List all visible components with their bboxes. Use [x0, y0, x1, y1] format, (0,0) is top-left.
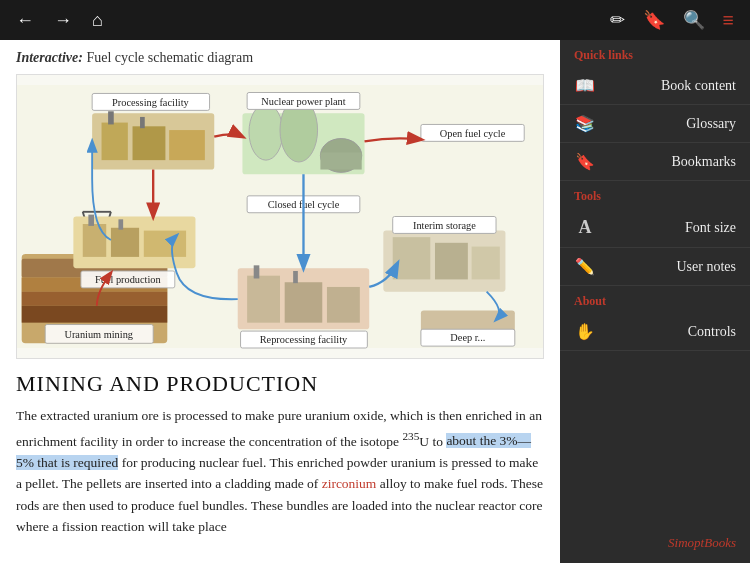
nav-right-controls: ✏ 🔖 🔍 ≡ [610, 9, 734, 32]
main-layout: Interactive: Fuel cycle schematic diagra… [0, 40, 750, 563]
tools-label: Tools [560, 181, 750, 208]
book-content-label: Book content [608, 78, 736, 94]
svg-rect-19 [118, 219, 123, 229]
svg-text:Deep r...: Deep r... [450, 332, 485, 343]
home-button[interactable]: ⌂ [92, 10, 103, 31]
svg-rect-5 [22, 306, 168, 323]
svg-rect-48 [247, 276, 280, 323]
menu-icon[interactable]: ≡ [723, 9, 734, 32]
svg-rect-34 [320, 153, 361, 170]
font-size-icon: A [574, 217, 596, 238]
bookmarks-label: Bookmarks [608, 154, 736, 170]
svg-text:Processing facility: Processing facility [112, 97, 189, 108]
svg-text:Open fuel cycle: Open fuel cycle [440, 128, 506, 139]
back-button[interactable]: ← [16, 10, 34, 31]
sidebar-item-font-size[interactable]: A Font size [560, 208, 750, 248]
controls-label: Controls [608, 324, 736, 340]
svg-rect-4 [22, 292, 168, 306]
svg-rect-44 [472, 247, 500, 280]
font-size-label: Font size [608, 220, 736, 236]
sidebar-item-book-content[interactable]: 📖 Book content [560, 67, 750, 105]
book-content-icon: 📖 [574, 76, 596, 95]
forward-button[interactable]: → [54, 10, 72, 31]
sidebar-item-glossary[interactable]: 📚 Glossary [560, 105, 750, 143]
svg-text:Interim storage: Interim storage [413, 220, 476, 231]
glossary-label: Glossary [608, 116, 736, 132]
svg-rect-52 [293, 271, 298, 283]
quick-links-label: Quick links [560, 40, 750, 67]
svg-rect-43 [435, 243, 468, 280]
sidebar-item-controls[interactable]: ✋ Controls [560, 313, 750, 351]
sidebar: Quick links 📖 Book content 📚 Glossary 🔖 … [560, 40, 750, 563]
content-area: Interactive: Fuel cycle schematic diagra… [0, 40, 560, 563]
top-navigation: ← → ⌂ ✏ 🔖 🔍 ≡ [0, 0, 750, 40]
svg-point-31 [249, 104, 283, 160]
svg-text:Uranium mining: Uranium mining [64, 329, 133, 340]
svg-text:Nuclear power plant: Nuclear power plant [261, 96, 345, 107]
diagram-title: Interactive: Fuel cycle schematic diagra… [16, 50, 544, 66]
svg-rect-16 [111, 228, 139, 257]
fuel-cycle-diagram: Uranium mining Uranium mining Fuel produ… [16, 74, 544, 359]
u-symbol: U [419, 433, 429, 448]
text-section: Mining and production The extracted uran… [16, 371, 544, 538]
svg-text:Reprocessing facility: Reprocessing facility [260, 334, 348, 345]
chapter-title: Mining and production [16, 371, 544, 397]
svg-rect-51 [254, 265, 260, 278]
controls-icon: ✋ [574, 322, 596, 341]
paragraph-text-2: to [429, 433, 446, 448]
svg-rect-18 [88, 215, 94, 226]
pen-icon[interactable]: ✏ [610, 9, 625, 31]
sidebar-item-user-notes[interactable]: ✏️ User notes [560, 248, 750, 286]
superscript: 235 [402, 430, 419, 442]
svg-rect-50 [327, 287, 360, 323]
body-paragraph: The extracted uranium ore is processed t… [16, 405, 544, 538]
svg-rect-24 [133, 126, 166, 160]
about-label: About [560, 286, 750, 313]
user-notes-label: User notes [608, 259, 736, 275]
diagram-title-label: Interactive: [16, 50, 83, 65]
glossary-icon: 📚 [574, 114, 596, 133]
bookmarks-icon: 🔖 [574, 152, 596, 171]
nav-left-controls: ← → ⌂ [16, 10, 103, 31]
svg-rect-15 [83, 224, 106, 257]
sidebar-item-bookmarks[interactable]: 🔖 Bookmarks [560, 143, 750, 181]
bookmark-icon[interactable]: 🔖 [643, 9, 665, 31]
svg-rect-26 [108, 111, 114, 124]
zirconium-text: zirconium [322, 476, 377, 491]
svg-rect-23 [102, 123, 128, 161]
search-icon[interactable]: 🔍 [683, 9, 705, 31]
user-notes-icon: ✏️ [574, 257, 596, 276]
diagram-title-text: Fuel cycle schematic diagram [86, 50, 253, 65]
svg-rect-25 [169, 130, 205, 160]
svg-rect-49 [285, 282, 323, 322]
svg-rect-27 [140, 117, 145, 128]
svg-rect-42 [393, 237, 431, 279]
sidebar-brand: SimoptBooks [560, 523, 750, 563]
svg-rect-17 [144, 231, 186, 257]
